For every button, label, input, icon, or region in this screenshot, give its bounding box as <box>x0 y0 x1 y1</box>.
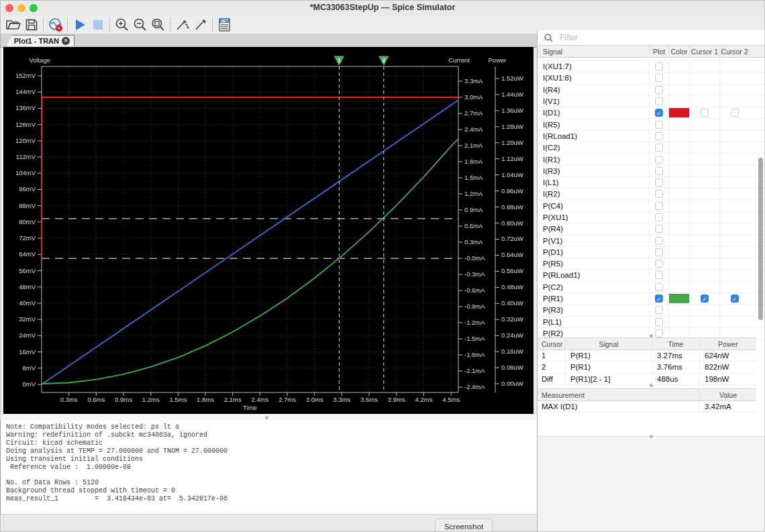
tab-plot1-tran[interactable]: Plot1 - TRAN ✕ <box>6 35 74 46</box>
signal-row[interactable]: I(V1) <box>538 96 765 107</box>
plot-checkbox[interactable] <box>655 225 663 233</box>
signal-row[interactable]: P(V1) <box>538 235 765 246</box>
signal-label: P(L1) <box>538 317 649 327</box>
show-netlist-button[interactable]: NET <box>215 16 234 33</box>
tick-label: 24mV <box>19 331 36 339</box>
signal-label: I(C2) <box>538 142 649 153</box>
plot-checkbox[interactable] <box>655 329 663 337</box>
color-swatch[interactable] <box>669 294 689 303</box>
plot-checkbox[interactable] <box>655 109 663 117</box>
signal-row[interactable]: I(D1) <box>538 107 765 119</box>
cursor2-checkbox[interactable] <box>731 295 739 303</box>
signal-row[interactable]: P(R5) <box>538 258 765 270</box>
cursor-row-1[interactable]: 1 P(R1) 3.27ms 624nW <box>538 350 756 362</box>
signal-row[interactable]: I(R3) <box>538 166 765 177</box>
plot-checkbox[interactable] <box>655 260 663 268</box>
toolbar-separator <box>109 17 110 32</box>
zoom-out-button[interactable] <box>131 16 149 33</box>
plot-checkbox[interactable] <box>655 318 663 326</box>
plot-cell <box>649 166 668 176</box>
plot-checkbox[interactable] <box>655 144 663 152</box>
signal-row[interactable]: I(C2) <box>538 142 765 154</box>
cursor-2-label: 2 <box>382 57 385 64</box>
color-cell <box>668 223 689 234</box>
plot-checkbox[interactable] <box>655 74 663 82</box>
filter-input[interactable] <box>558 32 722 43</box>
plot-checkbox[interactable] <box>655 121 663 129</box>
plot-checkbox[interactable] <box>655 271 663 279</box>
cursor1-checkbox[interactable] <box>701 109 709 117</box>
plot-checkbox[interactable] <box>655 202 663 210</box>
cursor-row-diff[interactable]: Diff P(R1)[2 - 1] 488us 198nW <box>538 374 756 385</box>
plot-checkbox[interactable] <box>655 306 663 314</box>
splitter-handle[interactable] <box>650 384 653 387</box>
tran-plot-svg[interactable]: 152mV144mV136mV128mV120mV112mV104mV96mV8… <box>3 47 533 414</box>
screenshot-button[interactable]: Screenshot <box>435 519 493 532</box>
plot-checkbox[interactable] <box>655 283 663 291</box>
signal-list-scrollbar-thumb[interactable] <box>758 158 763 320</box>
plot-checkbox[interactable] <box>655 295 663 303</box>
sim-settings-button[interactable] <box>46 16 64 33</box>
signal-row[interactable]: P(L1) <box>538 317 765 328</box>
color-cell <box>668 293 689 304</box>
tick-label: 1.5ms <box>169 396 187 403</box>
tick-label: 136mV <box>15 104 36 111</box>
signal-row[interactable]: I(R1) <box>538 154 765 165</box>
signal-row[interactable]: I(XU1:8) <box>538 72 765 84</box>
signal-row[interactable]: I(R2) <box>538 189 765 200</box>
color-swatch[interactable] <box>669 108 689 117</box>
toolbar-separator <box>67 17 68 32</box>
signal-label: P(R5) <box>538 258 649 269</box>
open-workbook-button[interactable] <box>4 16 22 33</box>
plot-checkbox[interactable] <box>655 237 663 245</box>
probe-button[interactable] <box>173 16 191 33</box>
zoom-fit-button[interactable] <box>149 16 167 33</box>
plot-checkbox[interactable] <box>655 178 663 187</box>
cursor-row-2[interactable]: 2 P(R1) 3.76ms 822nW <box>538 362 756 373</box>
zoom-in-button[interactable] <box>113 16 131 33</box>
plot-checkbox[interactable] <box>655 86 663 94</box>
plot-checkbox[interactable] <box>655 213 663 221</box>
signal-row[interactable]: I(R4) <box>538 85 765 96</box>
measurement-row[interactable]: MAX I(D1) 3.42mA <box>538 401 756 413</box>
open-folder-icon <box>6 19 21 31</box>
cursor1-checkbox[interactable] <box>701 295 709 303</box>
signal-row[interactable]: P(R4) <box>538 223 765 235</box>
signal-row[interactable]: I(L1) <box>538 177 765 189</box>
tick-label: 0.24uW <box>501 331 523 339</box>
signal-row[interactable]: P(C2) <box>538 282 765 293</box>
stop-simulation-button[interactable] <box>89 16 107 33</box>
signal-row[interactable]: I(R5) <box>538 119 765 130</box>
signal-row[interactable]: P(XU1) <box>538 212 765 223</box>
time-axis-title: Time <box>243 404 257 411</box>
signal-row[interactable]: P(R1) <box>538 293 765 305</box>
plot-cell <box>649 282 668 292</box>
plot-checkbox[interactable] <box>655 248 663 256</box>
plot-checkbox[interactable] <box>655 190 663 198</box>
cursor2-checkbox[interactable] <box>731 109 739 117</box>
plot-checkbox[interactable] <box>655 167 663 175</box>
plot-console-splitter[interactable] <box>0 414 537 421</box>
cursor1-cell <box>689 107 719 118</box>
color-cell <box>668 154 689 164</box>
splitter-handle[interactable] <box>650 435 653 438</box>
signal-row[interactable]: P(RLoad1) <box>538 270 765 281</box>
signal-row[interactable]: I(XU1:7) <box>538 61 765 72</box>
tick-label: 2.7mA <box>464 109 483 117</box>
plot-checkbox[interactable] <box>655 97 663 105</box>
tune-button[interactable] <box>191 16 209 33</box>
signal-row[interactable]: P(C4) <box>538 201 765 212</box>
run-simulation-button[interactable] <box>70 16 89 33</box>
plot-checkbox[interactable] <box>655 132 663 140</box>
signal-row[interactable]: I(RLoad1) <box>538 131 765 142</box>
plot-checkbox[interactable] <box>655 62 663 70</box>
plot-panel[interactable]: 152mV144mV136mV128mV120mV112mV104mV96mV8… <box>3 47 533 414</box>
signal-row[interactable]: P(D1) <box>538 247 765 258</box>
save-workbook-button[interactable] <box>22 16 40 33</box>
tab-close-icon[interactable]: ✕ <box>62 37 70 45</box>
axis-titles: VoltageCurrentPowerTime <box>29 56 506 411</box>
splitter-handle[interactable] <box>265 416 268 419</box>
plot-checkbox[interactable] <box>655 156 663 164</box>
simulation-console[interactable]: Note: Compatibility modes selected: ps l… <box>0 421 537 514</box>
signal-row[interactable]: P(R3) <box>538 305 765 316</box>
